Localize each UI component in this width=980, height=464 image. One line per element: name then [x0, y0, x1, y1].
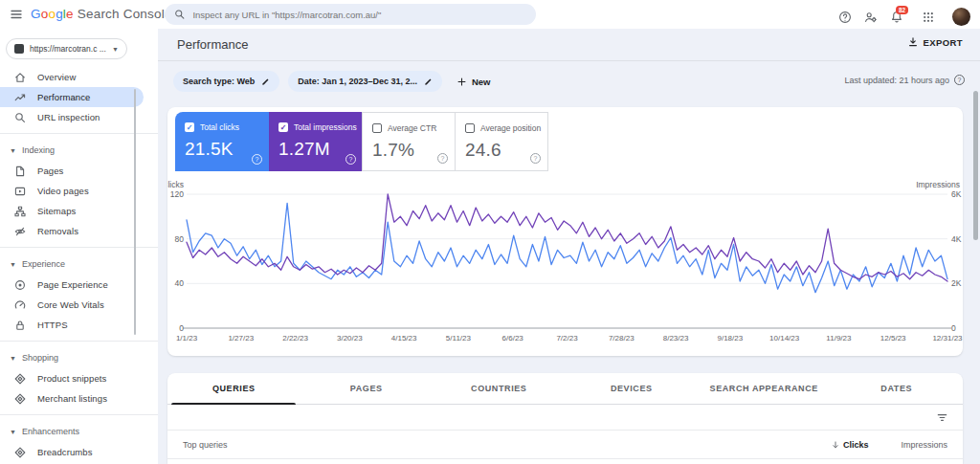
- svg-text:0: 0: [951, 323, 956, 333]
- svg-text:11/9/23: 11/9/23: [826, 334, 852, 342]
- sitemap-icon: [14, 206, 26, 217]
- video-icon: [14, 186, 26, 197]
- metric-help-icon[interactable]: ?: [437, 153, 448, 164]
- rich-icon: [14, 373, 26, 385]
- performance-card: ClicksImpressions0408012002K4K6K1/1/231/…: [167, 107, 963, 356]
- search-icon: [174, 9, 185, 20]
- svg-text:7/28/23: 7/28/23: [609, 334, 635, 342]
- tab-countries[interactable]: COUNTRIES: [433, 373, 566, 404]
- search-type-chip[interactable]: Search type: Web: [173, 71, 279, 92]
- notification-badge: 82: [896, 6, 908, 14]
- tab-dates[interactable]: DATES: [831, 373, 964, 404]
- sidebar-divider: [0, 414, 158, 415]
- sidebar-item-performance[interactable]: Performance: [0, 87, 144, 107]
- tab-search-appearance[interactable]: SEARCH APPEARANCE: [698, 373, 831, 404]
- filter-list-icon[interactable]: [936, 411, 948, 424]
- last-updated: Last updated: 21 hours ago ?: [844, 75, 965, 85]
- svg-text:8/23/23: 8/23/23: [663, 334, 689, 342]
- sidebar-item-merchant-listings[interactable]: Merchant listings: [0, 388, 158, 409]
- google-apps-grid-icon[interactable]: [922, 11, 935, 24]
- sidebar-scrollbar[interactable]: [134, 89, 136, 335]
- metric-checkbox[interactable]: [465, 123, 475, 133]
- svg-text:Clicks: Clicks: [167, 180, 184, 189]
- help-circle-icon[interactable]: ?: [954, 75, 965, 85]
- svg-text:120: 120: [170, 189, 184, 199]
- metric-checkbox[interactable]: ✓: [185, 122, 194, 132]
- svg-text:2/22/23: 2/22/23: [282, 334, 308, 342]
- tab-devices[interactable]: DEVICES: [566, 373, 699, 404]
- topbar-actions: 82: [838, 8, 970, 26]
- sidebar-item-overview[interactable]: Overview: [0, 67, 158, 87]
- svg-text:4K: 4K: [951, 234, 962, 244]
- svg-text:4/15/23: 4/15/23: [391, 334, 417, 342]
- metric-help-icon[interactable]: ?: [252, 154, 262, 165]
- svg-text:2K: 2K: [951, 278, 962, 288]
- dimension-tabs: QUERIESPAGESCOUNTRIESDEVICESSEARCH APPEA…: [167, 373, 963, 405]
- metric-tile-average-ctr[interactable]: Average CTR1.7%?: [362, 112, 456, 171]
- new-filter-button[interactable]: New: [457, 77, 491, 87]
- filter-chips: Search type: WebDate: Jan 1, 2023–Dec 31…: [173, 71, 490, 92]
- sort-arrow-down-icon: [831, 440, 840, 450]
- property-selector[interactable]: https://marcotran.c ... ▼: [6, 38, 127, 59]
- chevron-down-icon: ▼: [10, 147, 16, 154]
- metric-tiles: ✓Total clicks21.5K?✓Total impressions1.2…: [175, 112, 548, 171]
- metric-help-icon[interactable]: ?: [345, 154, 356, 165]
- tab-pages[interactable]: PAGES: [301, 373, 434, 404]
- export-button[interactable]: EXPORT: [907, 36, 963, 48]
- app-logo: Google Search Console: [31, 7, 172, 21]
- svg-text:1/27/23: 1/27/23: [228, 334, 254, 342]
- sidebar-section-enhancements[interactable]: ▼Enhancements: [0, 421, 158, 442]
- date-range-chip[interactable]: Date: Jan 1, 2023–Dec 31, 2...: [288, 71, 442, 92]
- rich-icon: [14, 393, 26, 405]
- svg-text:6/6/23: 6/6/23: [502, 334, 524, 342]
- eyeoff-icon: [14, 226, 26, 237]
- lock-icon: [14, 320, 26, 331]
- metric-tile-total-clicks[interactable]: ✓Total clicks21.5K?: [175, 112, 269, 171]
- metric-checkbox[interactable]: [372, 123, 382, 133]
- filter-bar: Search type: WebDate: Jan 1, 2023–Dec 31…: [158, 61, 980, 103]
- page-title: Performance: [177, 37, 248, 52]
- pencil-icon: [424, 77, 433, 86]
- metric-tile-average-position[interactable]: Average position24.6?: [455, 112, 548, 171]
- svg-text:3/20/23: 3/20/23: [337, 334, 363, 342]
- sidebar-divider: [0, 341, 158, 342]
- metric-checkbox[interactable]: ✓: [278, 122, 288, 132]
- svg-text:10/14/23: 10/14/23: [769, 334, 800, 342]
- table-filter-row: [167, 405, 963, 431]
- svg-text:40: 40: [175, 278, 185, 288]
- sidebar-item-product-snippets[interactable]: Product snippets: [0, 368, 158, 388]
- metric-tile-total-impressions[interactable]: ✓Total impressions1.27M?: [269, 112, 363, 171]
- sort-clicks-column[interactable]: Clicks: [831, 440, 869, 450]
- pencil-icon: [261, 77, 270, 86]
- table-header-row: Top queries Clicks Impressions: [167, 431, 963, 459]
- help-icon[interactable]: [838, 11, 852, 24]
- download-icon: [907, 36, 919, 48]
- notifications-bell-icon[interactable]: 82: [890, 11, 903, 24]
- page-icon: [14, 166, 26, 177]
- url-inspect-searchbar[interactable]: [165, 4, 536, 25]
- avatar[interactable]: [952, 8, 970, 26]
- dimensions-card: QUERIESPAGESCOUNTRIESDEVICESSEARCH APPEA…: [167, 373, 963, 464]
- impressions-column[interactable]: Impressions: [901, 440, 963, 450]
- tab-queries[interactable]: QUERIES: [167, 373, 301, 404]
- sidebar-item-breadcrumbs[interactable]: Breadcrumbs: [0, 442, 158, 462]
- hamburger-menu-icon[interactable]: [8, 8, 25, 21]
- account-settings-icon[interactable]: [864, 11, 878, 24]
- speed-icon: [14, 299, 26, 311]
- window-scrollbar[interactable]: [973, 91, 978, 240]
- property-label: https://marcotran.c ...: [30, 44, 106, 54]
- metric-help-icon[interactable]: ?: [530, 153, 541, 164]
- svg-text:12/5/23: 12/5/23: [880, 334, 906, 342]
- page-header: Performance EXPORT: [158, 29, 980, 61]
- search-icon: [14, 112, 26, 123]
- url-inspect-input[interactable]: [192, 10, 526, 20]
- main-content: Performance EXPORT Search type: WebDate:…: [158, 29, 980, 464]
- sidebar-section-shopping[interactable]: ▼Shopping: [0, 347, 158, 368]
- logo-suffix: Search Console: [78, 7, 172, 21]
- chevron-down-icon: ▼: [10, 261, 16, 268]
- svg-text:12/31/23: 12/31/23: [932, 334, 963, 342]
- svg-text:Impressions: Impressions: [916, 180, 960, 189]
- svg-text:9/18/23: 9/18/23: [718, 334, 744, 342]
- rows-label: Top queries: [167, 440, 831, 450]
- target-icon: [14, 279, 26, 291]
